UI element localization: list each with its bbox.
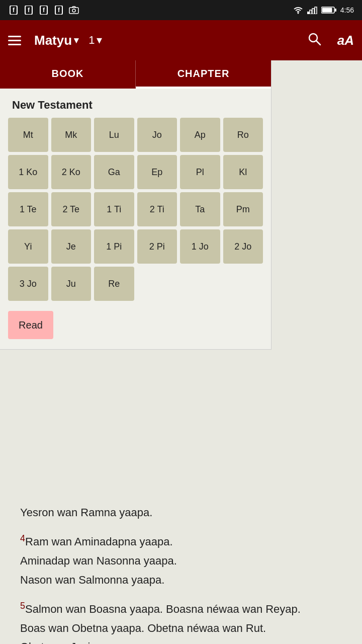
tab-book[interactable]: BOOK <box>0 60 136 89</box>
font-label: aA <box>337 33 354 48</box>
verse-3: Yesron wan Ramna yaapa. <box>20 503 342 522</box>
search-button[interactable] <box>307 32 321 49</box>
svg-rect-17 <box>335 9 336 12</box>
book-btn-pl[interactable]: Pl <box>180 155 220 189</box>
book-btn-2-te[interactable]: 2 Te <box>51 192 92 226</box>
wifi-icon <box>293 6 303 14</box>
chapter-dropdown-arrow: ▾ <box>97 34 102 47</box>
book-btn-ga[interactable]: Ga <box>94 155 134 189</box>
svg-point-10 <box>297 13 299 14</box>
book-btn-ap[interactable]: Ap <box>180 118 220 152</box>
svg-text:f: f <box>58 7 60 14</box>
book-btn-2-jo[interactable]: 2 Jo <box>223 229 263 264</box>
book-btn-mk[interactable]: Mk <box>51 118 92 152</box>
verse-5: 5Salmon wan Boasna yaapa. Boasna néwaa w… <box>20 598 342 619</box>
svg-text:f: f <box>43 7 45 14</box>
verse-4-num: 4 <box>20 533 25 543</box>
signal-icon <box>307 6 317 14</box>
read-button[interactable]: Read <box>8 311 53 339</box>
testament-label: New Testament <box>0 89 271 118</box>
status-bar: f f f f <box>0 0 362 20</box>
main-content: Yesron wan Ramna yaapa. 4Ram wan Aminada… <box>0 493 362 644</box>
book-selector[interactable]: Matyu ▾ <box>34 33 78 48</box>
book-btn-1-pi[interactable]: 1 Pi <box>94 229 134 264</box>
svg-text:f: f <box>13 7 15 14</box>
book-btn-2-ko[interactable]: 2 Ko <box>51 155 92 189</box>
book-btn-ta[interactable]: Ta <box>180 192 220 226</box>
book-btn-kl[interactable]: Kl <box>223 155 263 189</box>
tab-bar: BOOK CHAPTER <box>0 60 271 89</box>
chapter-selector[interactable]: 1 ▾ <box>88 34 102 47</box>
book-btn-je[interactable]: Je <box>51 229 92 264</box>
clock: 4:56 <box>340 6 354 14</box>
svg-point-9 <box>72 9 75 12</box>
book-btn-1-jo[interactable]: 1 Jo <box>180 229 220 264</box>
book-btn-yi[interactable]: Yi <box>8 229 48 264</box>
svg-rect-8 <box>69 8 78 14</box>
svg-rect-13 <box>312 9 314 14</box>
book-btn-re[interactable]: Re <box>94 267 134 301</box>
book-dropdown-arrow: ▾ <box>74 35 78 46</box>
app-toolbar: Matyu ▾ 1 ▾ aA <box>0 20 362 60</box>
svg-rect-12 <box>310 10 312 14</box>
book-chapter-dropdown: BOOK CHAPTER New Testament MtMkLuJoApRo1… <box>0 60 272 350</box>
photo-icon <box>68 5 79 16</box>
book-btn-3-jo[interactable]: 3 Jo <box>8 267 48 301</box>
svg-rect-11 <box>307 12 309 14</box>
verse-5b: Boas wan Obetna yaapa. Obetna néwaa wan … <box>20 619 342 637</box>
book-btn-lu[interactable]: Lu <box>94 118 134 152</box>
svg-line-19 <box>316 41 320 45</box>
book-btn-2-ti[interactable]: 2 Ti <box>137 192 177 226</box>
fb-icon-3: f <box>38 5 49 16</box>
book-btn-1-te[interactable]: 1 Te <box>8 192 48 226</box>
book-btn-ep[interactable]: Ep <box>137 155 177 189</box>
book-btn-ju[interactable]: Ju <box>51 267 92 301</box>
book-btn-1-ti[interactable]: 1 Ti <box>94 192 134 226</box>
book-btn-ro[interactable]: Ro <box>223 118 263 152</box>
fb-icon-2: f <box>23 5 34 16</box>
svg-rect-14 <box>315 7 317 14</box>
verse-5-num: 5 <box>20 601 25 611</box>
book-title: Matyu <box>34 33 72 48</box>
status-right: 4:56 <box>293 6 354 14</box>
book-btn-2-pi[interactable]: 2 Pi <box>137 229 177 264</box>
verse-4c: Nason wan Salmonna yaapa. <box>20 571 342 589</box>
verse-5c: Obet wan Jesina yaapa. <box>20 637 342 644</box>
book-btn-1-ko[interactable]: 1 Ko <box>8 155 48 189</box>
status-icons: f f f f <box>8 5 79 16</box>
svg-rect-16 <box>322 8 332 13</box>
svg-text:f: f <box>28 7 30 14</box>
books-grid: MtMkLuJoApRo1 Ko2 KoGaEpPlKl1 Te2 Te1 Ti… <box>0 118 271 301</box>
font-size-button[interactable]: aA <box>337 33 354 48</box>
verse-4: 4Ram wan Aminadapna yaapa. <box>20 531 342 551</box>
fb-icon-1: f <box>8 5 19 16</box>
battery-icon <box>321 6 336 14</box>
book-btn-mt[interactable]: Mt <box>8 118 48 152</box>
verse-4b: Aminadap wan Nasonna yaapa. <box>20 551 342 570</box>
book-btn-pm[interactable]: Pm <box>223 192 263 226</box>
tab-chapter[interactable]: CHAPTER <box>136 60 271 89</box>
menu-button[interactable] <box>8 36 26 45</box>
fb-icon-4: f <box>53 5 64 16</box>
book-btn-jo[interactable]: Jo <box>137 118 177 152</box>
chapter-num: 1 <box>88 34 95 47</box>
